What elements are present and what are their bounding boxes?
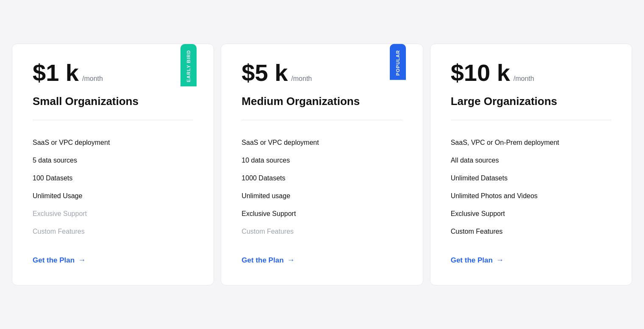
price-row: $10 k /month	[451, 61, 611, 85]
feature-item: Custom Features	[33, 223, 193, 241]
price-period: /month	[82, 75, 103, 83]
feature-item: 100 Datasets	[33, 169, 193, 187]
pricing-container: EARLY BIRD $1 k /month Small Organizatio…	[8, 44, 636, 285]
plan-name: Large Organizations	[451, 95, 611, 108]
get-plan-link[interactable]: Get the Plan →	[33, 256, 193, 265]
feature-item: 5 data sources	[33, 152, 193, 169]
feature-item: Unlimited Usage	[33, 187, 193, 205]
feature-item: 10 data sources	[242, 152, 402, 169]
feature-item: Custom Features	[451, 223, 611, 241]
features-list: SaaS, VPC or On-Prem deployment All data…	[451, 134, 611, 241]
divider	[33, 120, 193, 120]
features-list: SaaS or VPC deployment 10 data sources 1…	[242, 134, 402, 241]
price-amount: $5 k	[242, 61, 288, 85]
divider	[242, 120, 402, 120]
feature-item: Exclusive Support	[451, 205, 611, 223]
price-row: $5 k /month	[242, 61, 402, 85]
feature-item: Custom Features	[242, 223, 402, 241]
features-list: SaaS or VPC deployment 5 data sources 10…	[33, 134, 193, 241]
price-amount: $10 k	[451, 61, 510, 85]
get-plan-link[interactable]: Get the Plan →	[242, 256, 402, 265]
price-period: /month	[514, 75, 534, 83]
plan-name: Medium Organizations	[242, 95, 402, 108]
feature-item: SaaS or VPC deployment	[33, 134, 193, 152]
cta-arrow: →	[287, 256, 295, 265]
medium-badge: POPULAR	[390, 44, 406, 80]
price-row: $1 k /month	[33, 61, 193, 85]
feature-item: SaaS, VPC or On-Prem deployment	[451, 134, 611, 152]
feature-item: 1000 Datasets	[242, 169, 402, 187]
pricing-card-medium: POPULAR $5 k /month Medium Organizations…	[221, 44, 423, 285]
cta-text: Get the Plan	[33, 256, 75, 265]
feature-item: Unlimited usage	[242, 187, 402, 205]
cta-arrow: →	[496, 256, 504, 265]
feature-item: Exclusive Support	[242, 205, 402, 223]
price-amount: $1 k	[33, 61, 79, 85]
cta-text: Get the Plan	[242, 256, 283, 265]
feature-item: SaaS or VPC deployment	[242, 134, 402, 152]
cta-arrow: →	[78, 256, 86, 265]
get-plan-link[interactable]: Get the Plan →	[451, 256, 611, 265]
feature-item: Exclusive Support	[33, 205, 193, 223]
pricing-card-large: $10 k /month Large Organizations SaaS, V…	[430, 44, 632, 285]
small-badge: EARLY BIRD	[180, 44, 197, 86]
price-period: /month	[291, 75, 312, 83]
plan-name: Small Organizations	[33, 95, 193, 108]
pricing-card-small: EARLY BIRD $1 k /month Small Organizatio…	[12, 44, 214, 285]
divider	[451, 120, 611, 120]
feature-item: Unlimited Datasets	[451, 169, 611, 187]
cta-text: Get the Plan	[451, 256, 493, 265]
feature-item: All data sources	[451, 152, 611, 169]
feature-item: Unlimited Photos and Videos	[451, 187, 611, 205]
